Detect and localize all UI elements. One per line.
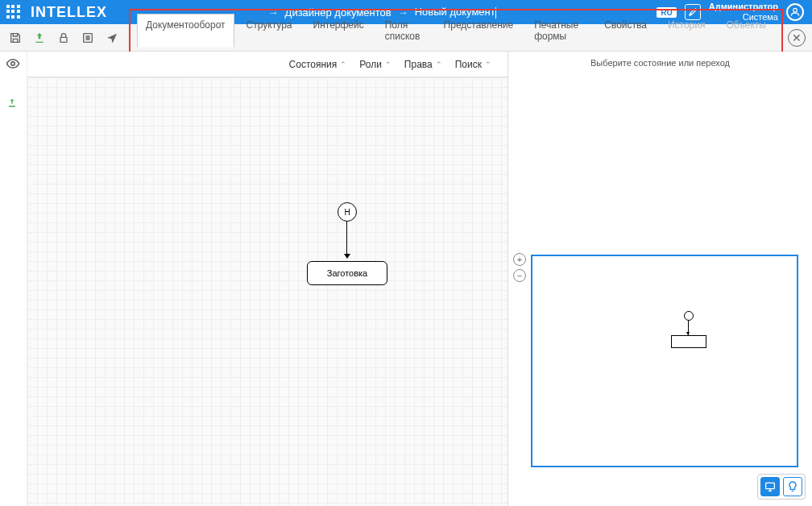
canvas-area: Состояния⌃ Роли⌃ Права⌃ Поиск⌃ Н Заготов… — [27, 52, 508, 506]
toolbar-states[interactable]: Состояния⌃ — [289, 59, 347, 70]
tab-interface[interactable]: Интерфейс — [304, 14, 373, 48]
list-icon[interactable] — [81, 31, 95, 45]
toolbar-rights[interactable]: Права⌃ — [404, 59, 442, 70]
tab-list-fields[interactable]: Поля списков — [376, 14, 432, 48]
chevron-up-icon: ⌃ — [485, 60, 491, 68]
svg-rect-4 — [766, 483, 775, 488]
tab-history: История — [659, 14, 715, 48]
tab-objects: Объекты — [718, 14, 776, 48]
workflow-canvas[interactable]: Н Заготовка — [27, 77, 508, 506]
eye-icon[interactable] — [6, 56, 22, 73]
user-icon[interactable] — [786, 3, 804, 21]
save-icon[interactable] — [8, 31, 23, 45]
arrow-icon: → — [398, 6, 408, 19]
svg-rect-1 — [60, 37, 67, 42]
workflow-state-node[interactable]: Заготовка — [307, 261, 387, 285]
toolbar-roles[interactable]: Роли⌃ — [359, 59, 392, 70]
minimap-start-node — [684, 311, 694, 321]
chevron-up-icon: ⌃ — [385, 60, 392, 68]
monitor-button[interactable] — [760, 477, 780, 496]
upload-small-icon[interactable] — [6, 97, 22, 113]
minimap[interactable] — [531, 255, 798, 467]
content-area: Состояния⌃ Роли⌃ Права⌃ Поиск⌃ Н Заготов… — [0, 52, 812, 506]
chevron-up-icon: ⌃ — [340, 60, 346, 68]
workflow-start-node[interactable]: Н — [338, 202, 357, 222]
send-icon[interactable] — [105, 31, 119, 45]
close-icon[interactable]: ✕ — [788, 29, 806, 47]
upload-icon[interactable] — [32, 31, 47, 45]
right-panel: Выберите состояние или переход + − — [508, 52, 812, 506]
minimap-state-node — [671, 335, 706, 348]
minimap-container: + − — [508, 251, 812, 475]
tab-view[interactable]: Представление — [435, 14, 523, 48]
toolbar-action-group — [0, 31, 127, 45]
logo: INTELLEX — [31, 4, 107, 21]
zoom-controls: + − — [513, 253, 526, 282]
tab-properties[interactable]: Свойства — [595, 14, 656, 48]
canvas-toolbar: Состояния⌃ Роли⌃ Права⌃ Поиск⌃ — [27, 52, 508, 77]
logo-text: INTELLEX — [31, 4, 107, 21]
floating-toolbar — [757, 474, 806, 500]
workflow-edge[interactable] — [346, 222, 347, 258]
lightbulb-button[interactable] — [783, 477, 802, 496]
apps-grid-icon[interactable] — [6, 5, 21, 19]
svg-point-3 — [10, 62, 14, 66]
tabs-row: Документооборот Структура Интерфейс Поля… — [130, 10, 781, 48]
lock-icon[interactable] — [56, 31, 71, 45]
zoom-in-button[interactable]: + — [513, 253, 526, 266]
svg-point-0 — [793, 8, 798, 12]
toolbar-search[interactable]: Поиск⌃ — [455, 59, 491, 70]
zoom-out-button[interactable]: − — [513, 269, 526, 282]
tab-print-forms[interactable]: Печатные формы — [525, 14, 592, 48]
left-rail — [0, 52, 27, 506]
arrow-icon: → — [268, 6, 279, 19]
tab-structure[interactable]: Структура — [238, 14, 301, 48]
panel-hint: Выберите состояние или переход — [508, 52, 812, 74]
chevron-up-icon: ⌃ — [436, 60, 442, 68]
minimap-edge — [688, 321, 689, 335]
main-toolbar: Документооборот Структура Интерфейс Поля… — [0, 24, 812, 52]
header-left: INTELLEX — [0, 4, 107, 21]
tab-workflow[interactable]: Документооборот — [137, 14, 234, 48]
